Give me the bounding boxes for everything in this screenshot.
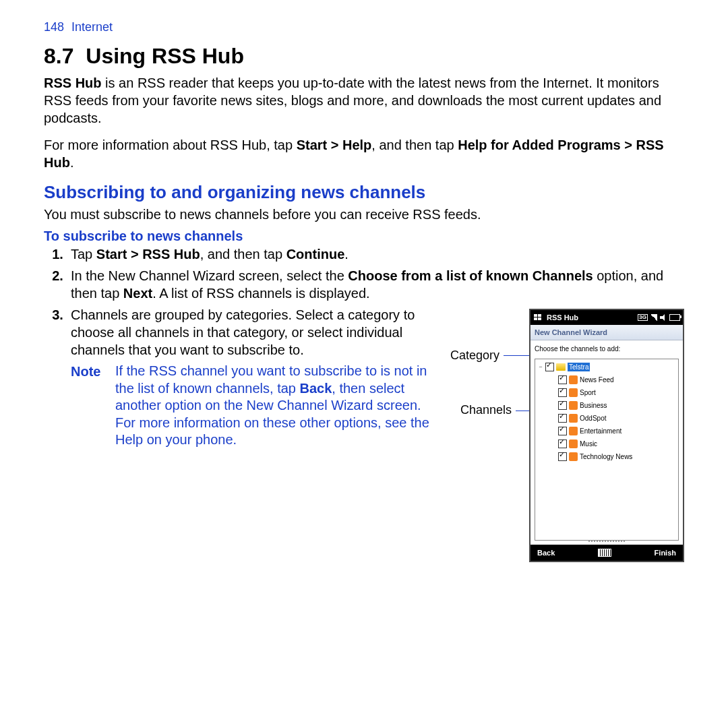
- channel-checkbox[interactable]: [558, 401, 567, 410]
- callout-category: Category: [450, 348, 499, 363]
- subsection-heading: Subscribing to and organizing news chann…: [44, 182, 684, 203]
- finish-button[interactable]: Finish: [655, 548, 676, 557]
- svg-rect-2: [534, 317, 537, 320]
- channel-checkbox[interactable]: [558, 439, 567, 448]
- channel-label: Technology News: [580, 452, 632, 461]
- rss-icon: [569, 452, 578, 461]
- subsection-intro: You must subscribe to news channels befo…: [44, 206, 684, 223]
- callout-line: [516, 411, 529, 411]
- title-bar: RSS Hub 3G: [530, 310, 683, 325]
- svg-rect-1: [538, 314, 541, 317]
- rss-icon: [569, 401, 578, 410]
- rss-icon: [569, 439, 578, 448]
- tree-channel-row[interactable]: Sport: [557, 388, 677, 398]
- note-label: Note: [71, 363, 103, 449]
- svg-rect-3: [538, 317, 541, 320]
- signal-icon: [650, 314, 657, 321]
- volume-icon: [660, 314, 667, 321]
- tree-channel-row[interactable]: Music: [557, 439, 677, 449]
- channel-checkbox[interactable]: [558, 452, 567, 461]
- step-1: Tap Start > RSS Hub, and then tap Contin…: [71, 245, 684, 263]
- rss-hub-term: RSS Hub: [44, 75, 102, 90]
- device-screenshot: RSS Hub 3G New Channel Wizard Choose the…: [529, 309, 684, 562]
- page-number: 148: [44, 20, 64, 34]
- step-3-text: Channels are grouped by categories. Sele…: [71, 306, 431, 359]
- soft-key-bar: Back Finish: [530, 545, 683, 561]
- channel-label: Entertainment: [580, 427, 621, 435]
- channel-label: News Feed: [580, 375, 614, 384]
- tree-channel-row[interactable]: Business: [557, 400, 677, 411]
- back-button[interactable]: Back: [537, 548, 555, 557]
- tree-channel-row[interactable]: OddSpot: [557, 413, 677, 423]
- callout-channels: Channels: [460, 402, 512, 418]
- procedure-heading: To subscribe to news channels: [44, 229, 684, 244]
- page-header: 148 Internet: [44, 20, 684, 34]
- channel-label: Sport: [580, 388, 596, 397]
- channel-checkbox[interactable]: [558, 427, 567, 435]
- channel-tree[interactable]: − Telstra News Feed: [535, 359, 679, 541]
- keyboard-icon[interactable]: [598, 549, 611, 557]
- rss-icon: [569, 375, 578, 384]
- battery-icon: [669, 314, 680, 321]
- channel-checkbox[interactable]: [558, 388, 567, 397]
- channel-checkbox[interactable]: [558, 375, 567, 384]
- intro-p2: For more information about RSS Hub, tap …: [44, 136, 684, 171]
- rss-icon: [569, 388, 578, 397]
- category-label[interactable]: Telstra: [568, 363, 590, 371]
- status-icons: 3G: [638, 314, 680, 321]
- tree-channel-row[interactable]: Technology News: [557, 452, 677, 462]
- channel-label: OddSpot: [580, 414, 606, 423]
- app-title: RSS Hub: [547, 313, 578, 322]
- tree-channel-row[interactable]: Entertainment: [557, 426, 677, 436]
- network-3g-icon: 3G: [638, 314, 648, 321]
- note-body: If the RSS channel you want to subscribe…: [115, 363, 431, 449]
- svg-rect-0: [534, 314, 537, 317]
- step-3: Channels are grouped by categories. Sele…: [71, 306, 684, 562]
- channel-checkbox[interactable]: [558, 414, 567, 423]
- callout-labels: Category Channels: [450, 309, 529, 458]
- collapse-icon[interactable]: −: [538, 363, 543, 371]
- prompt-text: Choose the channels to add:: [535, 344, 679, 353]
- step-2: In the New Channel Wizard screen, select…: [71, 267, 684, 302]
- section-name: Using RSS Hub: [86, 44, 244, 68]
- resize-handle[interactable]: [588, 541, 625, 542]
- rss-icon: [569, 427, 578, 435]
- callout-line: [504, 355, 529, 356]
- tree-channel-row[interactable]: News Feed: [557, 375, 677, 385]
- tree-category-row[interactable]: − Telstra: [537, 362, 677, 372]
- window-subtitle: New Channel Wizard: [530, 325, 683, 340]
- channel-label: Music: [580, 439, 597, 448]
- category-checkbox[interactable]: [545, 363, 554, 371]
- steps-list: Tap Start > RSS Hub, and then tap Contin…: [56, 245, 684, 562]
- windows-start-icon[interactable]: [533, 313, 543, 322]
- intro-p1: RSS Hub is an RSS reader that keeps you …: [44, 74, 684, 127]
- channel-label: Business: [580, 401, 607, 410]
- note-block: Note If the RSS channel you want to subs…: [71, 363, 431, 449]
- rss-icon: [569, 414, 578, 423]
- section-title: 8.7 Using RSS Hub: [44, 44, 684, 69]
- chapter-name: Internet: [71, 20, 113, 34]
- folder-icon: [556, 363, 566, 371]
- section-number: 8.7: [44, 44, 73, 68]
